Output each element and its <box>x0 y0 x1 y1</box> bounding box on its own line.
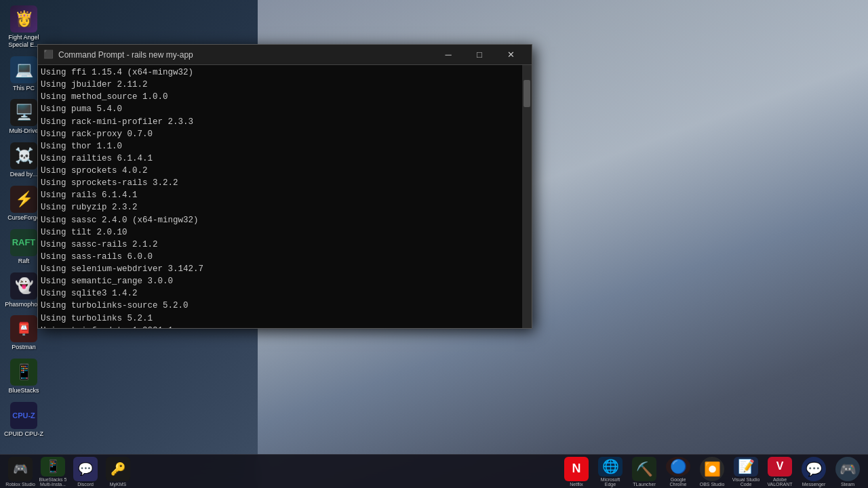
taskbar-obs[interactable]: ⏺️ OBS Studio <box>697 457 727 487</box>
taskbar-vscode[interactable]: 📝 Visual Studio Code <box>731 457 761 487</box>
cmd-titlebar: ⬛ Command Prompt - rails new my-app ─ □ … <box>38 45 532 65</box>
cmd-scroll-thumb[interactable] <box>524 80 530 107</box>
cmd-minimize-button[interactable]: ─ <box>433 45 464 65</box>
taskbar-label-mykms: MyKMS <box>110 482 127 487</box>
taskbar-label-valorant: Adobe VALORANT <box>765 477 795 487</box>
icon-label-cpuid: CPUID CPU-Z <box>3 430 45 438</box>
icon-label-bluestacks: BlueStacks <box>3 387 45 394</box>
taskbar-label-edge: Microsoft Edge <box>595 477 625 487</box>
taskbar-messenger[interactable]: 💬 Messenger <box>799 457 829 487</box>
cmd-controls: ─ □ ✕ <box>433 45 526 65</box>
taskbar-edge[interactable]: 🌐 Microsoft Edge <box>595 457 625 487</box>
cmd-title: Command Prompt - rails new my-app <box>58 50 433 60</box>
taskbar-roblox-studio[interactable]: 🎮 Roblox Studio <box>5 457 35 487</box>
taskbar-label-bluestacks: BlueStacks 5 Multi-Insta... <box>38 477 68 487</box>
cmd-window: ⬛ Command Prompt - rails new my-app ─ □ … <box>37 44 532 329</box>
taskbar-label-roblox: Roblox Studio <box>5 482 35 487</box>
desktop-icon-cpuid[interactable]: CPU-Z CPUID CPU-Z <box>2 400 46 440</box>
taskbar-valorant[interactable]: V Adobe VALORANT <box>765 457 795 487</box>
cmd-app-icon: ⬛ <box>43 49 54 60</box>
taskbar-label-discord: Discord <box>77 482 94 487</box>
cmd-body: Using ffi 1.15.4 (x64-mingw32) Using jbu… <box>38 65 532 328</box>
desktop-icon-bluestacks[interactable]: 📱 BlueStacks <box>2 357 46 396</box>
taskbar-chrome[interactable]: 🔵 Google Chrome <box>663 457 693 487</box>
taskbar-label-messenger: Messenger <box>802 482 826 487</box>
taskbar-label-netflix: Netflix <box>570 482 583 487</box>
taskbar-discord[interactable]: 💬 Discord <box>71 457 100 487</box>
taskbar-label-tlauncher: TLauncher <box>633 482 655 487</box>
taskbar-bluestacks[interactable]: 📱 BlueStacks 5 Multi-Insta... <box>38 457 68 487</box>
cmd-scrollbar[interactable] <box>522 65 532 328</box>
taskbar-label-steam: Steam <box>841 482 854 487</box>
cmd-maximize-button[interactable]: □ <box>464 45 495 65</box>
icon-label-postman: Postman <box>3 344 45 351</box>
taskbar-mykms[interactable]: 🔑 MyKMS <box>103 457 133 487</box>
taskbar-label-obs: OBS Studio <box>700 482 725 487</box>
taskbar-netflix[interactable]: N Netflix <box>561 457 591 487</box>
cmd-content[interactable]: Using ffi 1.15.4 (x64-mingw32) Using jbu… <box>38 65 522 328</box>
taskbar-steam[interactable]: 🎮 Steam <box>833 457 863 487</box>
cmd-close-button[interactable]: ✕ <box>495 45 526 65</box>
taskbar-label-chrome: Google Chrome <box>663 477 693 487</box>
taskbar-tlauncher[interactable]: ⛏️ TLauncher <box>629 457 659 487</box>
taskbar: 🎮 Roblox Studio 📱 BlueStacks 5 Multi-Ins… <box>0 454 868 488</box>
taskbar-label-vscode: Visual Studio Code <box>731 477 761 487</box>
